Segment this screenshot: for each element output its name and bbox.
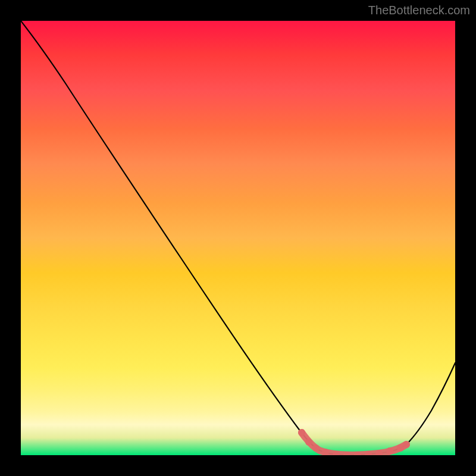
watermark-text: TheBottleneck.com: [368, 4, 470, 17]
svg-point-0: [298, 429, 305, 436]
bottleneck-curve: [21, 21, 455, 455]
marker-dots: [298, 429, 410, 455]
chart-container: TheBottleneck.com: [0, 0, 476, 476]
svg-point-2: [312, 444, 320, 452]
svg-point-9: [386, 447, 393, 455]
chart-svg: [21, 21, 455, 455]
svg-point-1: [305, 439, 312, 446]
svg-point-11: [403, 441, 410, 448]
svg-point-10: [397, 444, 404, 452]
